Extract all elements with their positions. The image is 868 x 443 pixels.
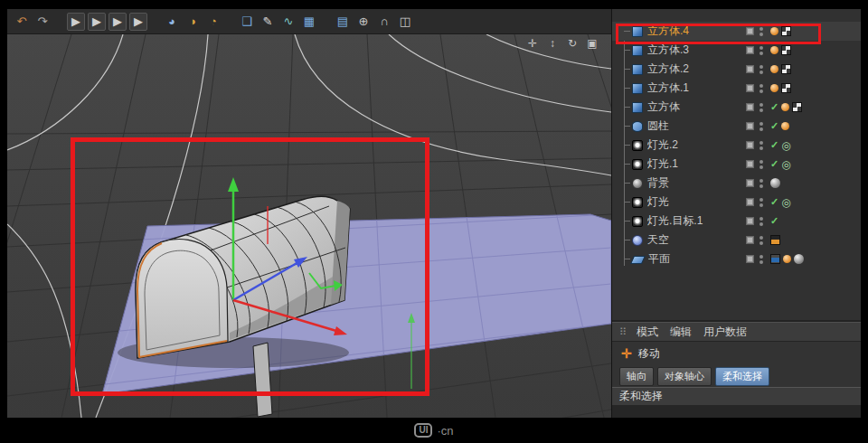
panel-grip-icon[interactable]: ⠿: [619, 326, 627, 338]
toolbar-icons: ↶↷▶▶▶▶◕◑◔❑✎∿▦▤⊕∩◫: [7, 9, 611, 34]
maximize-view-icon[interactable]: ▣: [586, 37, 599, 50]
magnet-snap-button[interactable]: ∩: [375, 13, 393, 31]
visibility-dots[interactable]: [760, 141, 763, 150]
dot-tag-icon[interactable]: [783, 255, 791, 263]
object-row[interactable]: 立方体.1: [612, 79, 861, 98]
layer-square[interactable]: [746, 217, 754, 225]
visibility-dots[interactable]: [760, 122, 763, 131]
move-tool-button[interactable]: ▶: [88, 13, 106, 31]
target-tag-icon[interactable]: ◎: [781, 197, 790, 208]
check-tag-icon[interactable]: ✓: [770, 159, 778, 169]
viewport-canvas[interactable]: [7, 34, 611, 418]
undo-icon[interactable]: ↶: [13, 13, 31, 31]
visibility-dots[interactable]: [760, 160, 763, 169]
visibility-dots[interactable]: [760, 179, 763, 188]
watermark-text: ·cn: [437, 424, 453, 438]
render-settings-button[interactable]: ◑: [184, 13, 202, 31]
visibility-dots[interactable]: [760, 255, 763, 264]
check-tag-icon[interactable]: ✓: [770, 121, 778, 131]
visibility-dots[interactable]: [760, 103, 763, 112]
soft-selection-button[interactable]: 柔和选择: [715, 367, 769, 386]
axis-lock-button[interactable]: ⊕: [354, 13, 373, 31]
checker-tag-icon[interactable]: [781, 26, 791, 36]
object-row[interactable]: 天空: [612, 231, 861, 250]
visibility-dots[interactable]: [760, 46, 763, 55]
redo-icon[interactable]: ↷: [33, 13, 52, 31]
check-tag-icon[interactable]: ✓: [770, 197, 778, 207]
film-tag-icon[interactable]: [770, 254, 780, 264]
layer-square[interactable]: [746, 27, 754, 35]
dot-tag-icon[interactable]: [770, 65, 778, 73]
primitive-cube-button[interactable]: ❑: [238, 13, 256, 31]
layer-square[interactable]: [746, 255, 754, 263]
layer-square[interactable]: [746, 141, 754, 149]
select-tool-button[interactable]: ▶: [67, 13, 85, 31]
tag-list: [770, 26, 861, 36]
render-queue-button[interactable]: ◔: [204, 13, 222, 31]
object-row[interactable]: 立方体.2: [612, 60, 861, 79]
object-row[interactable]: 背景: [612, 174, 861, 193]
visibility-dots[interactable]: [760, 198, 763, 207]
viewport[interactable]: ✛↕↻▣: [7, 34, 611, 418]
dot-tag-icon[interactable]: [770, 27, 778, 35]
tab-mode[interactable]: 模式: [637, 325, 658, 340]
layer-square[interactable]: [746, 46, 754, 54]
spline-tool-button[interactable]: ∿: [279, 13, 297, 31]
layer-square[interactable]: [746, 84, 754, 92]
checker-tag-icon[interactable]: [781, 45, 791, 55]
layer-square[interactable]: [746, 160, 754, 168]
target-tag-icon[interactable]: ◎: [781, 140, 790, 151]
layer-square[interactable]: [746, 122, 754, 130]
pan-icon[interactable]: ✛: [526, 37, 539, 50]
layer-square[interactable]: [746, 65, 754, 73]
object-label: 天空: [647, 232, 746, 248]
target-tag-icon[interactable]: ◎: [781, 159, 790, 170]
dot-tag-icon[interactable]: [781, 103, 789, 111]
workplane-button[interactable]: ◫: [396, 13, 414, 31]
tab-userdata[interactable]: 用户数据: [703, 325, 747, 340]
check-tag-icon[interactable]: ✓: [770, 102, 778, 112]
axis-button[interactable]: 轴向: [619, 367, 654, 386]
layer-square[interactable]: [746, 103, 754, 111]
visibility-dots[interactable]: [760, 217, 763, 226]
render-view-button[interactable]: ◕: [163, 13, 181, 31]
subdivision-button[interactable]: ▦: [300, 13, 318, 31]
sphere-tag-icon[interactable]: [794, 254, 804, 264]
scale-tool-button[interactable]: ▶: [108, 13, 127, 31]
tab-edit[interactable]: 编辑: [670, 325, 692, 340]
visibility-dots[interactable]: [760, 236, 763, 245]
zoom-icon[interactable]: ↕: [546, 37, 559, 50]
check-tag-icon[interactable]: ✓: [770, 140, 778, 150]
rotate-tool-button[interactable]: ▶: [129, 13, 147, 31]
soft-selection-section[interactable]: 柔和选择: [612, 387, 861, 405]
dot-tag-icon[interactable]: [781, 122, 789, 130]
sphere-tag-icon[interactable]: [770, 178, 780, 188]
layer-square[interactable]: [746, 236, 754, 244]
object-row[interactable]: 灯光.目标.1✓: [612, 212, 861, 231]
layer-square[interactable]: [746, 198, 754, 206]
pen-tool-button[interactable]: ✎: [259, 13, 277, 31]
visibility-dots[interactable]: [760, 84, 763, 93]
object-front-face: [136, 240, 228, 358]
rotate-view-icon[interactable]: ↻: [566, 37, 579, 50]
object-row[interactable]: 立方体.4: [612, 22, 861, 41]
object-row[interactable]: 灯光.1✓◎: [612, 155, 861, 174]
checker-tag-icon[interactable]: [781, 64, 791, 74]
object-row[interactable]: 立方体.3: [612, 41, 861, 60]
layer-square[interactable]: [746, 179, 754, 187]
object-row[interactable]: 平面: [612, 250, 861, 269]
visibility-dots[interactable]: [760, 65, 763, 74]
object-axis-button[interactable]: 对象轴心: [657, 367, 712, 386]
checker-tag-icon[interactable]: [781, 83, 791, 93]
grid-table-button[interactable]: ▤: [334, 13, 352, 31]
object-row[interactable]: 灯光.2✓◎: [612, 136, 861, 155]
object-row[interactable]: 立方体✓: [612, 98, 861, 117]
dot-tag-icon[interactable]: [770, 84, 778, 92]
object-row[interactable]: 圆柱✓: [612, 117, 861, 136]
clapper-tag-icon[interactable]: [770, 235, 780, 245]
check-tag-icon[interactable]: ✓: [770, 216, 778, 226]
checker-tag-icon[interactable]: [792, 102, 802, 112]
dot-tag-icon[interactable]: [770, 46, 778, 54]
visibility-dots[interactable]: [760, 27, 763, 36]
object-row[interactable]: 灯光✓◎: [612, 193, 861, 212]
